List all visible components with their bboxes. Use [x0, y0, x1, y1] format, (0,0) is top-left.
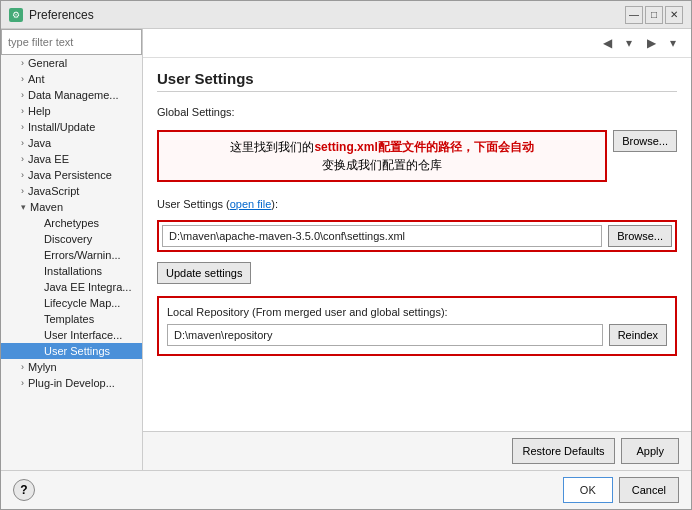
sidebar-item-label: Ant	[28, 73, 45, 85]
sidebar-item-label: Maven	[30, 201, 63, 213]
chevron-icon: ▾	[21, 202, 26, 212]
chevron-icon: ›	[21, 362, 24, 372]
sidebar-item-javascript[interactable]: ›JavaScript	[1, 183, 142, 199]
annotation-box: 这里找到我们的setting.xml配置文件的路径，下面会自动 变换成我们配置的…	[157, 130, 607, 182]
sidebar-item-label: User Settings	[44, 345, 110, 357]
annotation-highlight: setting.xml配置文件的路径，下面会自动	[314, 140, 533, 154]
reindex-button[interactable]: Reindex	[609, 324, 667, 346]
chevron-icon: ›	[21, 58, 24, 68]
sidebar-item-discovery[interactable]: Discovery	[1, 231, 142, 247]
main-content: ›General›Ant›Data Manageme...›Help›Insta…	[1, 29, 691, 470]
apply-button[interactable]: Apply	[621, 438, 679, 464]
sidebar-item-java-ee-integra[interactable]: Java EE Integra...	[1, 279, 142, 295]
close-button[interactable]: ✕	[665, 6, 683, 24]
sidebar-item-ant[interactable]: ›Ant	[1, 71, 142, 87]
sidebar-item-label: Archetypes	[44, 217, 99, 229]
open-file-link[interactable]: open file	[230, 198, 272, 210]
sidebar-item-label: General	[28, 57, 67, 69]
chevron-icon: ›	[21, 106, 24, 116]
annotation-text: 这里找到我们的setting.xml配置文件的路径，下面会自动 变换成我们配置的…	[167, 138, 597, 174]
sidebar-item-errors-warnings[interactable]: Errors/Warnin...	[1, 247, 142, 263]
local-repo-section: Local Repository (From merged user and g…	[157, 296, 677, 356]
browse-button-2[interactable]: Browse...	[608, 225, 672, 247]
sidebar-item-label: Java Persistence	[28, 169, 112, 181]
help-button[interactable]: ?	[13, 479, 35, 501]
ok-button[interactable]: OK	[563, 477, 613, 503]
sidebar-item-label: Java EE	[28, 153, 69, 165]
sidebar-item-archetypes[interactable]: Archetypes	[1, 215, 142, 231]
sidebar-item-help[interactable]: ›Help	[1, 103, 142, 119]
user-settings-input[interactable]	[162, 225, 602, 247]
global-settings-label: Global Settings:	[157, 106, 677, 118]
preferences-window: ⚙ Preferences — □ ✕ ›General›Ant›Data Ma…	[0, 0, 692, 510]
title-bar: ⚙ Preferences — □ ✕	[1, 1, 691, 29]
bottom-bar: Restore Defaults Apply	[143, 431, 691, 470]
sidebar-item-label: Lifecycle Map...	[44, 297, 120, 309]
chevron-icon: ›	[21, 154, 24, 164]
cancel-button[interactable]: Cancel	[619, 477, 679, 503]
app-icon: ⚙	[9, 8, 23, 22]
help-ok-bar: ? OK Cancel	[1, 470, 691, 509]
sidebar-item-label: Data Manageme...	[28, 89, 119, 101]
sidebar-item-lifecycle-map[interactable]: Lifecycle Map...	[1, 295, 142, 311]
chevron-icon: ›	[21, 138, 24, 148]
chevron-icon: ›	[21, 122, 24, 132]
restore-defaults-button[interactable]: Restore Defaults	[512, 438, 616, 464]
window-controls: — □ ✕	[625, 6, 683, 24]
sidebar-item-label: User Interface...	[44, 329, 122, 341]
forward-dropdown[interactable]: ▾	[663, 33, 683, 53]
window-title: Preferences	[29, 8, 625, 22]
chevron-icon: ›	[21, 378, 24, 388]
minimize-button[interactable]: —	[625, 6, 643, 24]
sidebar-item-label: Errors/Warnin...	[44, 249, 121, 261]
right-panel: User Settings Global Settings: 这里找到我们的se…	[143, 58, 691, 431]
sidebar-item-installations[interactable]: Installations	[1, 263, 142, 279]
forward-button[interactable]: ▶	[641, 33, 661, 53]
sidebar-item-java[interactable]: ›Java	[1, 135, 142, 151]
sidebar-tree: ›General›Ant›Data Manageme...›Help›Insta…	[1, 55, 142, 391]
sidebar-item-user-interface[interactable]: User Interface...	[1, 327, 142, 343]
chevron-icon: ›	[21, 74, 24, 84]
sidebar-item-label: Plug-in Develop...	[28, 377, 115, 389]
annotation-line2: 变换成我们配置的仓库	[322, 158, 442, 172]
back-dropdown[interactable]: ▾	[619, 33, 639, 53]
chevron-icon: ›	[21, 170, 24, 180]
user-settings-input-row: Browse...	[157, 220, 677, 252]
sidebar-item-install-update[interactable]: ›Install/Update	[1, 119, 142, 135]
sidebar-item-maven[interactable]: ▾Maven	[1, 199, 142, 215]
sidebar-item-label: Installations	[44, 265, 102, 277]
local-repo-input[interactable]	[167, 324, 603, 346]
panel-title: User Settings	[157, 70, 677, 92]
user-settings-header: User Settings (open file):	[157, 198, 677, 210]
sidebar-item-label: JavaScript	[28, 185, 79, 197]
sidebar-item-label: Mylyn	[28, 361, 57, 373]
sidebar-item-label: Help	[28, 105, 51, 117]
sidebar-item-java-ee[interactable]: ›Java EE	[1, 151, 142, 167]
back-button[interactable]: ◀	[597, 33, 617, 53]
sidebar-item-mylyn[interactable]: ›Mylyn	[1, 359, 142, 375]
chevron-icon: ›	[21, 90, 24, 100]
local-repo-row: Reindex	[167, 324, 667, 346]
chevron-icon: ›	[21, 186, 24, 196]
browse-button-1[interactable]: Browse...	[613, 130, 677, 152]
sidebar-item-label: Java	[28, 137, 51, 149]
sidebar: ›General›Ant›Data Manageme...›Help›Insta…	[1, 29, 143, 470]
sidebar-item-label: Install/Update	[28, 121, 95, 133]
update-settings-button[interactable]: Update settings	[157, 262, 251, 284]
local-repo-label: Local Repository (From merged user and g…	[167, 306, 667, 318]
nav-toolbar: ◀ ▾ ▶ ▾	[143, 29, 691, 58]
sidebar-item-templates[interactable]: Templates	[1, 311, 142, 327]
sidebar-item-java-persistence[interactable]: ›Java Persistence	[1, 167, 142, 183]
maximize-button[interactable]: □	[645, 6, 663, 24]
sidebar-item-label: Discovery	[44, 233, 92, 245]
sidebar-item-user-settings[interactable]: User Settings	[1, 343, 142, 359]
sidebar-item-label: Templates	[44, 313, 94, 325]
global-settings-row: 这里找到我们的setting.xml配置文件的路径，下面会自动 变换成我们配置的…	[157, 130, 677, 186]
filter-input[interactable]	[1, 29, 142, 55]
sidebar-item-data-management[interactable]: ›Data Manageme...	[1, 87, 142, 103]
sidebar-item-plug-in-develop[interactable]: ›Plug-in Develop...	[1, 375, 142, 391]
sidebar-item-label: Java EE Integra...	[44, 281, 131, 293]
sidebar-item-general[interactable]: ›General	[1, 55, 142, 71]
